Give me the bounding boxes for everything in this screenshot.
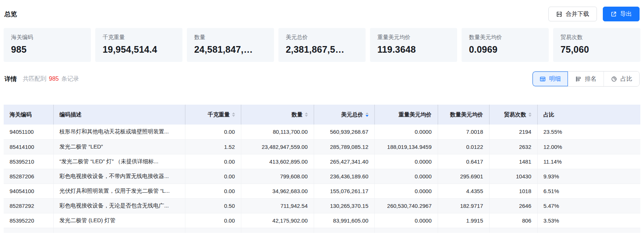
stat-card-3: 美元总价2,381,867,5… (278, 28, 366, 62)
tab-label: 排名 (585, 75, 597, 83)
page-title: 总览 (4, 10, 17, 18)
details-left: 详情 共匹配到985条记录 (4, 75, 79, 83)
cell-美元总价: 265,427,341.40 (314, 154, 374, 169)
pie-chart-icon (611, 76, 617, 82)
cell-重量美元均价: 0.0000 (374, 184, 438, 198)
cell-占比: 5.47% (537, 198, 640, 213)
column-header-4[interactable]: 美元总价 (314, 105, 374, 125)
cell-贸易次数: 10430 (489, 169, 537, 184)
cell-千克重量: 0.50 (185, 198, 241, 213)
records-table-wrap: 海关编码编码描述千克重量数量美元总价重量美元均价数量美元均价贸易次数占比 940… (4, 105, 640, 233)
cell-数量: 799,608.00 (241, 169, 314, 184)
stat-card-4: 重量美元均价119.3648 (370, 28, 457, 62)
cell-数量美元均价: 182.9717 (438, 198, 489, 213)
sort-carets (232, 112, 235, 117)
stat-label: 数量 (194, 34, 267, 41)
cell-数量: 42,175,902.00 (241, 213, 314, 228)
tab-label: 占比 (620, 75, 632, 83)
cell-海关编码: 85395210 (4, 154, 53, 169)
stat-label: 海关编码 (11, 34, 83, 41)
column-label: 千克重量 (208, 111, 230, 118)
table-row-1: 85414100发光二极管 “LED”1.5223,482,947,559.00… (4, 139, 640, 154)
cell-海关编码: 94051100 (4, 125, 53, 139)
tab-proportion[interactable]: 占比 (604, 71, 639, 86)
table-row-4: 94054100光伏灯具和照明装置，仅用于发光二极管 “L...0.0034,9… (4, 184, 640, 198)
cell-重量美元均价: 0.0000 (374, 213, 438, 228)
cell-海关编码: 85395220 (4, 213, 53, 228)
cell-数量: 413,602,895.00 (241, 154, 314, 169)
tab-ranking[interactable]: 排名 (568, 71, 604, 86)
column-header-2[interactable]: 千克重量 (185, 105, 241, 125)
cell-编码描述: 彩色电视接收设备，无论是否包含无线电广... (53, 198, 185, 213)
cell-千克重量: 0.00 (185, 154, 241, 169)
table-grid-icon (540, 76, 546, 82)
cell-占比: 12.00% (537, 139, 640, 154)
cell-贸易次数: 1018 (489, 184, 537, 198)
cell-数量: 711,942.54 (241, 198, 314, 213)
cell-重量美元均价: 260,530,740.2967 (374, 198, 438, 213)
cell-美元总价: 236,436,189.60 (314, 169, 374, 184)
stat-value: 119.3648 (377, 44, 450, 55)
cell-编码描述: 光伏灯具和照明装置，仅用于发光二极管 “L... (53, 184, 185, 198)
merge-download-button[interactable]: 合并下载 (548, 7, 597, 21)
cell-贸易次数: 2632 (489, 139, 537, 154)
cell-数量: 23,482,947,559.00 (241, 139, 314, 154)
stat-card-5: 数量美元均价0.0969 (462, 28, 549, 62)
table-row-6: 85395220发光二极管 (LED) 灯管0.0042,175,902.008… (4, 213, 640, 228)
cell-千克重量: 0.00 (185, 184, 241, 198)
cell-美元总价: 285,789,085.12 (314, 139, 374, 154)
column-header-3[interactable]: 数量 (241, 105, 314, 125)
merge-download-button-label: 合并下载 (566, 11, 589, 17)
table-row-2: 85395210“发光二极管 “LED” 灯” （未提供详细标...0.0041… (4, 154, 640, 169)
cell-编码描述: 发光二极管 (LED) 灯管 (53, 213, 185, 228)
column-header-1: 编码描述 (53, 105, 185, 125)
stat-value: 24,581,847,… (194, 44, 267, 55)
column-label: 数量 (292, 111, 303, 118)
stats-row: 海关编码985千克重量19,954,514.4数量24,581,847,…美元总… (4, 28, 640, 62)
match-prefix: 共匹配到 (23, 76, 46, 82)
tab-detail[interactable]: 明细 (533, 71, 568, 86)
table-row-0: 94051100枝形吊灯和其他电动天花板或墙壁照明装置...0.0080,113… (4, 125, 640, 139)
column-label: 占比 (544, 111, 555, 118)
cell-海关编码: 94054100 (4, 184, 53, 198)
cell-数量美元均价: 0.0122 (438, 139, 489, 154)
column-label: 数量美元均价 (450, 111, 483, 118)
match-summary: 共匹配到985条记录 (23, 75, 79, 83)
match-count: 985 (49, 76, 59, 82)
cell-重量美元均价: 188,019,134.9459 (374, 139, 438, 154)
ranking-icon (575, 76, 581, 82)
cell-重量美元均价: 0.0000 (374, 125, 438, 139)
details-bar: 详情 共匹配到985条记录 明细排名占比 (4, 71, 640, 86)
column-label: 海关编码 (10, 111, 32, 118)
cell-编码描述: 发光二极管 “LED” (53, 139, 185, 154)
cell-数量美元均价: 7.0018 (438, 125, 489, 139)
column-header-6: 数量美元均价 (438, 105, 489, 125)
column-header-7[interactable]: 贸易次数 (489, 105, 537, 125)
stat-card-0: 海关编码985 (4, 28, 91, 62)
cell-占比: 9.93% (537, 169, 640, 184)
table-header-row: 海关编码编码描述千克重量数量美元总价重量美元均价数量美元均价贸易次数占比 (4, 105, 640, 125)
merge-cells-icon (556, 11, 562, 17)
view-tabs: 明细排名占比 (532, 71, 640, 87)
sort-carets (529, 112, 531, 117)
page: 总览 合并下载导出 海关编码985千克重量19,954,514.4数量24,58… (0, 0, 644, 233)
export-button[interactable]: 导出 (603, 7, 640, 21)
stat-label: 美元总价 (286, 34, 358, 41)
cell-编码描述: 彩色电视接收设备，不带内置无线电接收器... (53, 169, 185, 184)
column-label: 美元总价 (341, 111, 363, 118)
cell-编码描述: 枝形吊灯和其他电动天花板或墙壁照明装置... (53, 125, 185, 139)
cell-数量: 34,962,683.00 (241, 184, 314, 198)
cell-千克重量: 1.52 (185, 139, 241, 154)
match-suffix: 条记录 (61, 76, 79, 82)
column-header-5: 重量美元均价 (374, 105, 438, 125)
records-table: 海关编码编码描述千克重量数量美元总价重量美元均价数量美元均价贸易次数占比 940… (4, 105, 640, 233)
topbar-actions: 合并下载导出 (548, 7, 640, 21)
cell-贸易次数: 1481 (489, 154, 537, 169)
details-title: 详情 (4, 75, 17, 83)
table-row-5: 85287292彩色电视接收设备，无论是否包含无线电广...0.50711,94… (4, 198, 640, 213)
cell-占比: 6.51% (537, 184, 640, 198)
tab-label: 明细 (549, 75, 561, 83)
cell-数量: 80,113,700.00 (241, 125, 314, 139)
export-icon (611, 11, 617, 17)
cell-美元总价: 560,939,268.67 (314, 125, 374, 139)
